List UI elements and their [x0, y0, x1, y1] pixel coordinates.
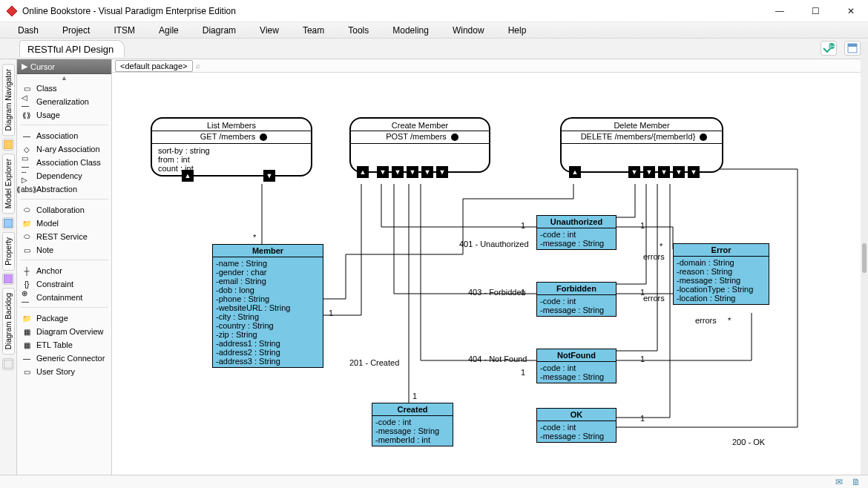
resource-path: GET /members — [200, 132, 255, 141]
palette-anchor[interactable]: ┼Anchor — [17, 264, 111, 277]
gconn-icon: — — [22, 354, 32, 363]
rest-icon: ⬭ — [22, 232, 32, 241]
resource-title: List Members — [152, 119, 311, 131]
port-out-icon[interactable] — [377, 166, 389, 178]
menubar: Dash Project ITSM Agile Diagram View Tea… — [0, 22, 868, 39]
vtab-diagram-backlog-icon[interactable] — [2, 358, 14, 370]
palette-etl[interactable]: ▦ETL Table — [17, 338, 111, 352]
svg-marker-0 — [7, 6, 17, 16]
document-icon[interactable]: 🗎 — [852, 477, 861, 487]
vtab-diagram-navigator-icon[interactable] — [2, 139, 14, 151]
model-icon: 📁 — [22, 219, 32, 228]
navigator-icon[interactable] — [844, 41, 861, 56]
palette-gconn[interactable]: —Generic Connector — [17, 352, 111, 365]
multiplicity-one: 1 — [640, 355, 645, 363]
gen-icon: ◁— — [22, 97, 32, 106]
port-out-icon[interactable] — [688, 166, 700, 178]
palette-ustory[interactable]: ▭User Story — [17, 365, 111, 378]
port-out-icon[interactable] — [436, 166, 448, 178]
menu-modeling[interactable]: Modeling — [381, 24, 441, 37]
role-errors: errors — [643, 252, 665, 261]
port-out-icon[interactable] — [392, 166, 404, 178]
class-error[interactable]: Error -domain : String-reason : String -… — [673, 243, 769, 305]
palette-header-cursor[interactable]: ▶ Cursor — [17, 59, 111, 74]
resource-delete-member[interactable]: Delete Member DELETE /members/{memberId} — [560, 117, 723, 173]
right-scrollbar[interactable] — [861, 42, 868, 475]
palette-contain[interactable]: ⊕—Containment — [17, 291, 111, 304]
palette-collab[interactable]: ⬭Collaboration — [17, 203, 111, 217]
resource-path: DELETE /members/{memberId} — [581, 132, 696, 141]
mail-icon[interactable]: ✉ — [835, 477, 843, 487]
menu-window[interactable]: Window — [441, 24, 496, 37]
vtab-property[interactable]: Property — [2, 232, 15, 271]
port-out-icon[interactable] — [421, 166, 433, 178]
close-button[interactable]: ✕ — [840, 4, 862, 19]
tool-palette: ▶ Cursor ▲ ▭Class◁—Generalization⟪⟫Usage… — [17, 59, 112, 475]
palette-model[interactable]: 📁Model — [17, 217, 111, 230]
resource-list-members[interactable]: List Members GET /members sort-by : stri… — [151, 117, 312, 177]
multiplicity-one: 1 — [640, 221, 645, 230]
package-selector[interactable]: <default package> — [115, 60, 193, 72]
menu-tools[interactable]: Tools — [336, 24, 381, 37]
port-out-icon[interactable] — [628, 166, 640, 178]
menu-project[interactable]: Project — [50, 24, 102, 37]
class-notfound[interactable]: NotFound -code : int-message : String — [536, 349, 617, 383]
class-unauthorized[interactable]: Unauthorized -code : int-message : Strin… — [536, 215, 617, 250]
palette-pkg[interactable]: 📁Package — [17, 311, 111, 325]
port-in-icon[interactable] — [357, 166, 369, 178]
port-out-icon[interactable] — [407, 166, 418, 178]
tab-restful-api-design[interactable]: RESTful API Design — [19, 40, 125, 57]
menu-agile[interactable]: Agile — [147, 24, 191, 37]
multiplicity-star: * — [660, 242, 662, 251]
resource-create-member[interactable]: Create Member POST /members — [349, 117, 490, 173]
port-out-icon[interactable] — [263, 170, 275, 182]
palette-gen[interactable]: ◁—Generalization — [17, 95, 111, 108]
vertical-tab-strip: Diagram Navigator Model Explorer Propert… — [0, 59, 17, 475]
window-title: Online Bookstore - Visual Paradigm Enter… — [22, 6, 769, 16]
maximize-button[interactable]: ☐ — [804, 4, 826, 19]
role-errors: errors — [695, 316, 717, 325]
palette-collapse-icon[interactable]: ▲ — [17, 74, 111, 82]
svg-rect-5 — [4, 140, 13, 149]
vtab-diagram-backlog[interactable]: Diagram Backlog — [2, 288, 15, 355]
palette-label: ETL Table — [36, 340, 73, 349]
constraint-icon: {} — [22, 280, 32, 288]
usage-icon: ⟪⟫ — [22, 111, 32, 119]
menu-itsm[interactable]: ITSM — [102, 24, 147, 37]
class-member[interactable]: Member -name : String-gender : char -ema… — [212, 244, 323, 368]
diagram-canvas[interactable]: List Members GET /members sort-by : stri… — [112, 73, 868, 475]
vtab-model-explorer-icon[interactable] — [2, 217, 14, 229]
edge-label-200: 200 - OK — [732, 438, 765, 446]
vtab-diagram-navigator[interactable]: Diagram Navigator — [2, 64, 15, 136]
class-ok[interactable]: OK -code : int-message : String — [536, 408, 617, 443]
port-out-icon[interactable] — [643, 166, 655, 178]
port-in-icon[interactable] — [182, 170, 194, 182]
palette-label: Class — [36, 84, 57, 93]
vtab-model-explorer[interactable]: Model Explorer — [2, 154, 15, 214]
menu-diagram[interactable]: Diagram — [191, 24, 248, 37]
palette-usage[interactable]: ⟪⟫Usage — [17, 108, 111, 122]
palette-label: Collaboration — [36, 205, 85, 214]
menu-help[interactable]: Help — [496, 24, 539, 37]
palette-assoc[interactable]: —Association — [17, 129, 111, 142]
class-created[interactable]: Created -code : int-message : String-mem… — [372, 403, 453, 446]
palette-abs[interactable]: ⟪abs⟫Abstraction — [17, 182, 111, 196]
notification-icon[interactable]: 9+ — [821, 41, 837, 56]
search-icon[interactable]: ⌕ — [196, 62, 200, 70]
port-out-icon[interactable] — [673, 166, 685, 178]
palette-label: Model — [36, 219, 59, 228]
vtab-property-icon[interactable] — [2, 273, 14, 285]
minimize-button[interactable]: — — [769, 4, 791, 19]
palette-dep[interactable]: --▷Dependency — [17, 169, 111, 182]
palette-note[interactable]: ▭Note — [17, 243, 111, 257]
menu-view[interactable]: View — [248, 24, 291, 37]
palette-dov[interactable]: ▦Diagram Overview — [17, 325, 111, 338]
edge-label-404: 404 - Not Found — [468, 355, 527, 363]
port-out-icon[interactable] — [658, 166, 670, 178]
menu-team[interactable]: Team — [291, 24, 336, 37]
class-forbidden[interactable]: Forbidden -code : int-message : String — [536, 282, 617, 317]
svg-rect-4 — [848, 44, 857, 47]
palette-rest[interactable]: ⬭REST Service — [17, 230, 111, 243]
menu-dash[interactable]: Dash — [6, 24, 50, 37]
port-in-icon[interactable] — [569, 166, 581, 178]
